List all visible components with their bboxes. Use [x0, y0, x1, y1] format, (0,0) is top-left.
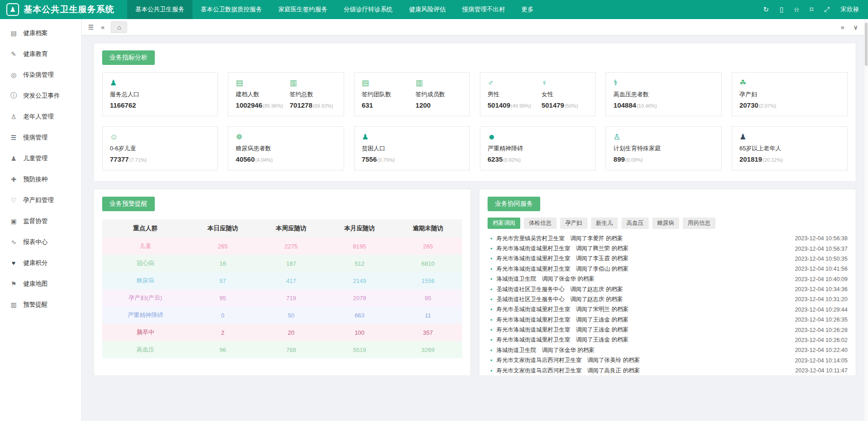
collab-tab-1[interactable]: 档案调阅 — [488, 218, 520, 229]
metric-label: 0-6岁儿童 — [110, 144, 210, 153]
metric-stat: ☻严重精神障碍6235(0.62%) — [488, 133, 588, 163]
tabbar-right: » ∨ — [840, 24, 863, 31]
nav-item-1[interactable]: 基本公共卫生服务 — [127, 0, 192, 19]
collab-tab-3[interactable]: 孕产妇 — [560, 218, 587, 229]
bullet-icon: • — [490, 255, 493, 262]
home-tab[interactable]: ⌂ — [111, 21, 127, 33]
metric-card-4: ♂男性501409(49.99%)♀女性501479(50%) — [480, 72, 596, 116]
mobile-icon[interactable]: ▯ — [780, 5, 784, 14]
bullet-icon: • — [490, 296, 493, 303]
refresh-icon[interactable]: ↻ — [763, 5, 769, 14]
collab-tab-2[interactable]: 体检信息 — [524, 218, 557, 229]
sidebar-item-12[interactable]: ♥健康积分 — [0, 253, 81, 273]
metric-stat: ☸糖尿病患者数40560(4.04%) — [236, 133, 336, 163]
record-time: 2023-12-04 10:41:56 — [795, 266, 848, 272]
collab-tab-4[interactable]: 新生儿 — [591, 218, 618, 229]
warning-row-value: 6810 — [394, 255, 462, 272]
bullet-icon: • — [490, 327, 493, 333]
nav-item-5[interactable]: 健康风险评估 — [401, 0, 454, 19]
record-text: 寿光市营里镇吴营村卫生室 调阅了李爱芹 的档案 — [497, 235, 795, 243]
sidebar-item-10[interactable]: ▣监督协管 — [0, 211, 81, 232]
metric-stat: ▥签约成员数1200 — [415, 79, 462, 109]
record-row-4: •寿光市洛城街道城里村卫生室 调阅了李佰山 的档案2023-12-04 10:4… — [488, 264, 848, 274]
metric-label: 贫困人口 — [362, 144, 462, 153]
warning-table-header: 本月应随访 — [326, 219, 394, 238]
sidebar-item-6[interactable]: ☰慢病管理 — [0, 127, 81, 148]
metric-stat: ▤建档人数1002946(85.96%) — [236, 79, 282, 109]
record-text: 洛城街道卫生院 调阅了张金华 的档案 — [497, 275, 795, 283]
nav-item-6[interactable]: 慢病管理不出村 — [454, 0, 513, 19]
bell-icon[interactable]: ⍾ — [794, 5, 799, 14]
sidebar-item-13[interactable]: ⚑健康地图 — [0, 273, 81, 294]
metric-value: 501409(49.99%) — [488, 101, 534, 109]
collab-tab-5[interactable]: 高血压 — [621, 218, 649, 229]
main-content: 业务指标分析 ♟服务总人口1166762▤建档人数1002946(85.96%)… — [82, 35, 868, 421]
metric-label: 签约团队数 — [362, 90, 409, 99]
warning-row-value: 663 — [326, 307, 394, 324]
scrollbar-thumb[interactable] — [865, 23, 868, 66]
metric-number: 6235 — [488, 155, 503, 163]
forward-icon[interactable]: » — [840, 24, 845, 31]
sidebar-item-1[interactable]: ▤健康档案 — [0, 23, 81, 44]
metric-label: 签约成员数 — [415, 90, 462, 99]
metric-percent: (4.04%) — [255, 157, 273, 163]
team-icon: ▤ — [362, 79, 409, 87]
bullet-icon: • — [490, 306, 493, 313]
record-row-12: •洛城街道卫生院 调阅了张金华 的档案2023-12-04 10:22:40 — [488, 345, 848, 355]
collab-tab-7[interactable]: 用药信息 — [683, 218, 715, 229]
back-icon[interactable]: « — [100, 24, 106, 31]
scrollbar[interactable] — [864, 19, 868, 421]
child-face-icon: ☺ — [110, 133, 210, 141]
nav-item-3[interactable]: 家庭医生签约服务 — [270, 0, 335, 19]
record-text: 圣城街道社区卫生服务中心 调阅了赵志庆 的档案 — [497, 286, 795, 293]
fullscreen-icon[interactable]: ⤢ — [824, 5, 829, 14]
sidebar-item-11[interactable]: ∿报表中心 — [0, 232, 81, 253]
sidebar-item-9[interactable]: ♡孕产妇管理 — [0, 190, 81, 211]
warning-table: 重点人群本日应随访本周应随访本月应随访逾期未随访 儿童2652275819526… — [102, 219, 462, 358]
sidebar-item-7[interactable]: ♟儿童管理 — [0, 148, 81, 169]
metric-value: 701278(69.92%) — [290, 101, 336, 109]
metric-value: 1002946(85.96%) — [236, 101, 282, 109]
metrics-panel: 业务指标分析 ♟服务总人口1166762▤建档人数1002946(85.96%)… — [94, 43, 856, 182]
sidebar-item-8[interactable]: ✚预防接种 — [0, 169, 81, 190]
main-nav: 基本公共卫生服务基本公卫数据质控服务家庭医生签约服务分级诊疗转诊系统健康风险评估… — [127, 0, 763, 19]
metric-card-12: ♟65岁以上老年人201819(20.12%) — [732, 126, 848, 170]
nav-item-4[interactable]: 分级诊疗转诊系统 — [335, 0, 401, 19]
metric-value: 201819(20.12%) — [740, 155, 840, 163]
warning-row-6: 脑卒中220100357 — [102, 324, 462, 341]
warning-row-value: 2 — [188, 324, 257, 341]
metric-value: 104884(10.46%) — [613, 101, 714, 109]
chevron-down-icon[interactable]: ∨ — [853, 24, 859, 31]
sidebar-item-3[interactable]: ◎传染病管理 — [0, 64, 81, 85]
layout: ▤健康档案✎健康教育◎传染病管理ⓘ突发公卫事件♙老年人管理☰慢病管理♟儿童管理✚… — [0, 19, 868, 421]
metric-number: 501409 — [488, 101, 510, 109]
warning-row-3: 糖尿病5741721491556 — [102, 272, 462, 289]
nav-item-7[interactable]: 更多 — [513, 0, 542, 19]
sidebar-item-4[interactable]: ⓘ突发公卫事件 — [0, 85, 81, 106]
collab-tab-6[interactable]: 糖尿病 — [652, 218, 680, 229]
record-text: 洛城街道卫生院 调阅了张金华 的档案 — [497, 347, 795, 354]
metric-number: 20730 — [740, 101, 759, 109]
user-name[interactable]: 宋欣禄 — [841, 5, 859, 14]
collapse-menu-icon[interactable]: ☰ — [87, 24, 95, 31]
warning-row-value: 265 — [188, 238, 257, 255]
warning-row-value: 100 — [326, 324, 394, 341]
record-time: 2023-12-04 10:40:09 — [795, 276, 848, 282]
warning-row-value: 788 — [257, 341, 326, 358]
sidebar: ▤健康档案✎健康教育◎传染病管理ⓘ突发公卫事件♙老年人管理☰慢病管理♟儿童管理✚… — [0, 19, 82, 421]
tag-icon[interactable]: ⌑ — [810, 5, 814, 14]
metric-stat: ♙计划生育特殊家庭899(0.09%) — [613, 133, 714, 163]
record-time: 2023-12-04 10:14:05 — [795, 357, 848, 364]
education-icon: ✎ — [10, 50, 17, 58]
navbar-icons: ↻▯⍾⌑⤢ — [763, 5, 830, 14]
sidebar-item-5[interactable]: ♙老年人管理 — [0, 106, 81, 127]
warning-row-value: 11 — [394, 307, 462, 324]
sidebar-item-label: 健康地图 — [23, 280, 48, 288]
members-icon: ▥ — [415, 79, 462, 87]
warning-table-body: 儿童26522758195265冠心病161875126810糖尿病574172… — [102, 238, 462, 358]
warning-row-name: 高血压 — [102, 341, 188, 358]
users-icon: ♟ — [110, 79, 210, 87]
sidebar-item-14[interactable]: ▥预警提醒 — [0, 294, 81, 315]
sidebar-item-2[interactable]: ✎健康教育 — [0, 44, 81, 64]
nav-item-2[interactable]: 基本公卫数据质控服务 — [192, 0, 270, 19]
